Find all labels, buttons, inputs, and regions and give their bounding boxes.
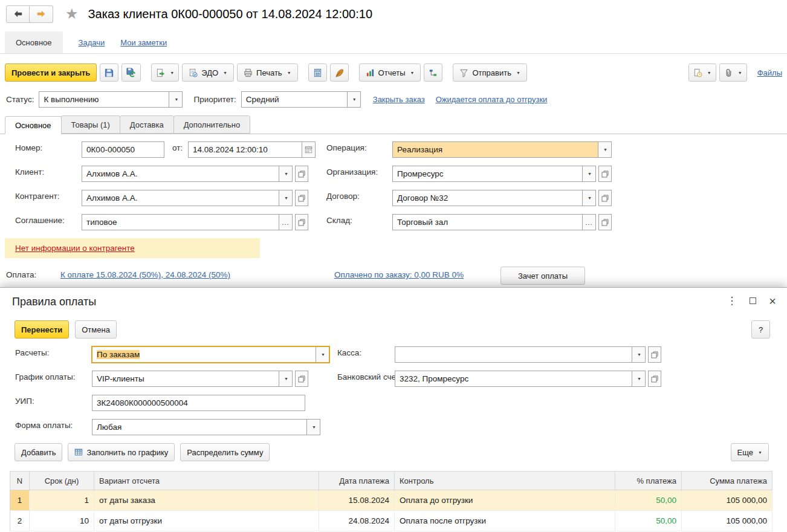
awaiting-payment-link[interactable]: Ожидается оплата до отгрузки bbox=[436, 95, 548, 104]
post-and-close-button[interactable]: Провести и закрыть bbox=[5, 63, 97, 82]
save-and-refresh-button[interactable] bbox=[121, 63, 141, 82]
payment-schedule-dropdown-button[interactable]: ▼ bbox=[279, 371, 293, 387]
cancel-button[interactable]: Отмена bbox=[75, 320, 117, 339]
more-button[interactable]: Еще ▼ bbox=[731, 443, 769, 461]
warehouse-open-button[interactable] bbox=[598, 214, 612, 230]
reports-button[interactable]: Отчеты ▼ bbox=[359, 63, 421, 82]
tab-main[interactable]: Основное bbox=[5, 31, 63, 53]
payment-schedule-open-button[interactable] bbox=[295, 371, 308, 387]
col-n[interactable]: N bbox=[10, 472, 30, 490]
table-row[interactable]: 1 1 от даты заказа 15.08.2024 Оплата до … bbox=[10, 490, 772, 511]
save-button[interactable] bbox=[100, 63, 118, 82]
fill-by-schedule-button[interactable]: Заполнить по графику bbox=[68, 443, 175, 461]
menu-dots-icon[interactable]: ⋮ bbox=[727, 294, 737, 307]
form-tab-extra[interactable]: Дополнительно bbox=[173, 115, 251, 134]
tab-my-notes[interactable]: Мои заметки bbox=[120, 38, 167, 47]
create-based-on-button[interactable]: ▼ bbox=[151, 63, 179, 82]
calendar-button[interactable] bbox=[302, 141, 316, 158]
payment-form-combobox[interactable]: Любая ▼ bbox=[92, 419, 320, 435]
cell-control[interactable]: Оплата после отгрузки bbox=[395, 511, 615, 531]
bank-account-value[interactable]: 3232, Промресурс bbox=[395, 371, 632, 387]
agreement-open-button[interactable] bbox=[295, 214, 308, 230]
col-term-days[interactable]: Срок (дн) bbox=[30, 472, 94, 490]
send-button[interactable]: Отправить ▼ bbox=[453, 63, 526, 82]
cell-payment-date[interactable]: 24.08.2024 bbox=[319, 511, 395, 531]
priority-dropdown-button[interactable]: ▼ bbox=[348, 91, 361, 108]
number-value[interactable]: 0К00-000050 bbox=[82, 141, 164, 158]
back-button[interactable] bbox=[6, 5, 30, 23]
bank-account-dropdown-button[interactable]: ▼ bbox=[632, 371, 646, 387]
client-open-button[interactable] bbox=[295, 166, 308, 182]
number-field[interactable]: 0К00-000050 bbox=[82, 141, 164, 158]
contract-open-button[interactable] bbox=[598, 190, 612, 206]
uip-value[interactable]: 3К24080К000000500004 bbox=[92, 395, 305, 411]
col-variant[interactable]: Вариант отсчета bbox=[94, 472, 319, 490]
settlements-dropdown-button[interactable]: ▼ bbox=[316, 346, 329, 363]
agreement-value[interactable]: типовое bbox=[82, 214, 279, 230]
cashbox-combobox[interactable]: ▼ bbox=[395, 346, 661, 363]
cell-amount[interactable]: 105 000,00 bbox=[682, 490, 772, 511]
settlements-value-box[interactable]: По заказам bbox=[92, 346, 316, 363]
agreement-select-button[interactable]: ... bbox=[279, 214, 293, 230]
counterparty-value[interactable]: Алхимов А.А. bbox=[82, 190, 279, 206]
payment-schedule-value[interactable]: VIP-клиенты bbox=[92, 371, 279, 387]
counterparty-dropdown-button[interactable]: ▼ bbox=[279, 190, 293, 206]
payment-form-value[interactable]: Любая bbox=[92, 419, 307, 435]
payment-form-dropdown-button[interactable]: ▼ bbox=[307, 419, 320, 435]
transfer-button[interactable]: Перенести bbox=[15, 320, 69, 339]
operation-dropdown-button[interactable]: ▼ bbox=[598, 141, 612, 158]
client-combobox[interactable]: Алхимов А.А. ▼ bbox=[82, 166, 308, 182]
cell-n[interactable]: 2 bbox=[10, 511, 30, 531]
cell-term-days[interactable]: 1 bbox=[30, 490, 94, 511]
cell-variant[interactable]: от даты заказа bbox=[94, 490, 319, 511]
contract-dropdown-button[interactable]: ▼ bbox=[583, 190, 596, 206]
favorite-star-icon[interactable]: ★ bbox=[65, 7, 79, 21]
table-row[interactable]: 2 10 от даты отгрузки 24.08.2024 Оплата … bbox=[10, 511, 772, 531]
col-payment-date[interactable]: Дата платежа bbox=[319, 472, 395, 490]
date-value[interactable]: 14.08.2024 12:00:10 bbox=[188, 141, 302, 158]
cell-term-days[interactable]: 10 bbox=[30, 511, 94, 531]
bank-account-combobox[interactable]: 3232, Промресурс ▼ bbox=[395, 371, 661, 387]
edo-button[interactable]: ЭДО ▼ bbox=[182, 63, 234, 82]
close-icon[interactable]: × bbox=[769, 295, 776, 307]
cashbox-value[interactable] bbox=[395, 346, 632, 363]
payment-due-link[interactable]: К оплате 15.08.2024 (50%), 24.08.2024 (5… bbox=[60, 270, 230, 279]
payment-paid-link[interactable]: Оплачено по заказу: 0,00 RUB 0% bbox=[334, 270, 464, 279]
organization-value[interactable]: Промресурс bbox=[392, 166, 583, 182]
add-row-button[interactable]: Добавить bbox=[15, 443, 62, 461]
help-button[interactable]: ? bbox=[751, 320, 770, 339]
counterparty-combobox[interactable]: Алхимов А.А. ▼ bbox=[82, 190, 308, 206]
cell-control[interactable]: Оплата до отгрузки bbox=[395, 490, 615, 511]
cell-percent[interactable]: 50,00 bbox=[615, 511, 682, 531]
organization-combobox[interactable]: Промресурс ▼ bbox=[392, 166, 612, 182]
col-amount[interactable]: Сумма платежа bbox=[682, 472, 772, 490]
settlements-combobox[interactable]: По заказам ▼ bbox=[92, 346, 329, 363]
no-counterparty-info-link[interactable]: Нет информации о контрагенте bbox=[15, 244, 135, 253]
operation-value[interactable]: Реализация bbox=[392, 141, 598, 158]
form-tab-main[interactable]: Основное bbox=[5, 116, 62, 134]
warehouse-value[interactable]: Торговый зал bbox=[392, 214, 583, 230]
col-control[interactable]: Контроль bbox=[395, 472, 615, 490]
attachments-button[interactable]: ▼ bbox=[719, 63, 747, 82]
reminder-button[interactable]: ▼ bbox=[688, 63, 716, 82]
cell-variant[interactable]: от даты отгрузки bbox=[94, 511, 319, 531]
client-value[interactable]: Алхимов А.А. bbox=[82, 166, 279, 182]
cashbox-open-button[interactable] bbox=[648, 346, 661, 363]
maximize-icon[interactable] bbox=[750, 297, 756, 304]
close-order-link[interactable]: Закрыть заказ bbox=[373, 95, 425, 104]
files-link[interactable]: Файлы bbox=[757, 68, 782, 77]
priority-value[interactable]: Средний bbox=[241, 91, 348, 108]
date-field[interactable]: 14.08.2024 12:00:10 bbox=[188, 141, 316, 158]
form-tab-goods[interactable]: Товары (1) bbox=[61, 115, 120, 134]
client-dropdown-button[interactable]: ▼ bbox=[279, 166, 293, 182]
sign-button[interactable] bbox=[330, 63, 349, 82]
print-button[interactable]: Печать ▼ bbox=[237, 63, 298, 82]
warehouse-field[interactable]: Торговый зал ... bbox=[392, 214, 612, 230]
distribute-amount-button[interactable]: Распределить сумму bbox=[180, 443, 270, 461]
status-value[interactable]: К выполнению bbox=[39, 91, 169, 108]
cell-payment-date[interactable]: 15.08.2024 bbox=[319, 490, 395, 511]
warehouse-select-button[interactable]: ... bbox=[583, 214, 596, 230]
cashbox-dropdown-button[interactable]: ▼ bbox=[632, 346, 646, 363]
tab-tasks[interactable]: Задачи bbox=[79, 38, 105, 47]
form-tab-delivery[interactable]: Доставка bbox=[120, 115, 174, 134]
